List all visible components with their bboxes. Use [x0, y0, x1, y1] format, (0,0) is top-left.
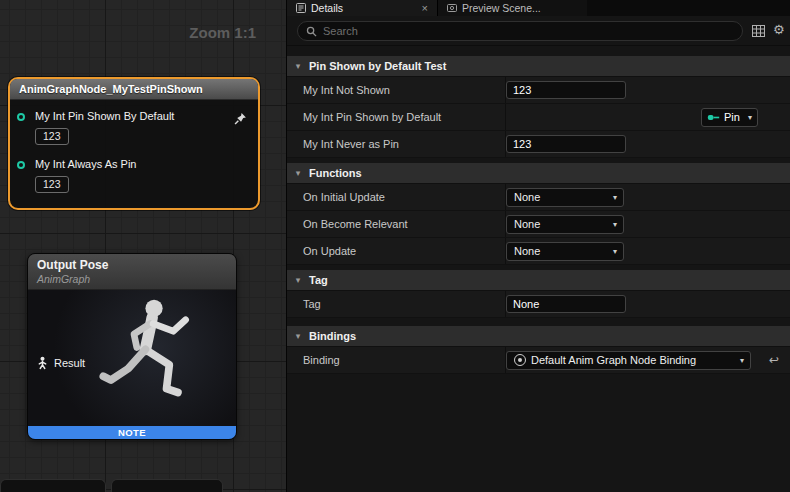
partial-node[interactable]: [111, 479, 223, 492]
pin-value-input[interactable]: 123: [35, 176, 69, 193]
chevron-down-icon[interactable]: ▾: [287, 275, 309, 285]
pin-promote-icon[interactable]: [234, 111, 247, 124]
details-tab-icon: [296, 3, 306, 13]
search-input[interactable]: [323, 25, 734, 37]
int-pin-icon[interactable]: [17, 113, 25, 121]
property-row-tag: Tag None: [287, 291, 790, 318]
chevron-down-icon[interactable]: ▾: [287, 61, 309, 71]
tab-label: Preview Scene...: [462, 2, 541, 14]
tab-label: Details: [311, 2, 343, 14]
binding-dropdown[interactable]: Default Anim Graph Node Binding ▾: [506, 351, 751, 370]
output-pose-node[interactable]: Output Pose AnimGraph Resul: [27, 253, 237, 440]
section-functions[interactable]: ▾ Functions: [287, 163, 790, 184]
pose-pin-icon: [37, 356, 48, 370]
property-row-on-initial-update: On Initial Update None ▾: [287, 184, 790, 211]
pin-value-input[interactable]: 123: [35, 128, 69, 145]
node-subtitle: AnimGraph: [37, 273, 227, 285]
preview-scene-tab-icon: [447, 3, 457, 13]
section-tag[interactable]: ▾ Tag: [287, 270, 790, 291]
pin-label: My Int Pin Shown By Default: [35, 110, 174, 122]
property-matrix-icon[interactable]: [752, 25, 765, 37]
chevron-down-icon: ▾: [613, 193, 617, 202]
tab-details[interactable]: Details ×: [287, 0, 437, 16]
chevron-down-icon: ▾: [613, 220, 617, 229]
anim-graph-test-node[interactable]: AnimGraphNode_MyTestPinShown My Int Pin …: [8, 77, 260, 210]
tab-preview-scene[interactable]: Preview Scene...: [437, 0, 587, 16]
tag-input[interactable]: None: [506, 295, 626, 313]
on-become-relevant-dropdown[interactable]: None ▾: [506, 215, 624, 234]
reset-to-default-icon[interactable]: ↩: [769, 353, 779, 367]
details-panel: Details × Preview Scene...: [286, 0, 790, 492]
section-bindings[interactable]: ▾ Bindings: [287, 326, 790, 347]
mannequin-figure: [80, 292, 230, 426]
close-icon[interactable]: ×: [422, 3, 428, 14]
panel-tab-bar: Details × Preview Scene...: [287, 0, 790, 16]
on-initial-update-dropdown[interactable]: None ▾: [506, 188, 624, 207]
property-row-binding: Binding Default Anim Graph Node Binding …: [287, 347, 790, 374]
chevron-down-icon[interactable]: ▾: [287, 168, 309, 178]
on-update-dropdown[interactable]: None ▾: [506, 242, 624, 261]
property-list: ▾ Pin Shown by Default Test My Int Not S…: [287, 46, 790, 374]
gear-icon[interactable]: ⚙: [773, 22, 785, 37]
property-row-my-int-not-shown: My Int Not Shown 123: [287, 77, 790, 104]
chevron-down-icon: ▾: [748, 113, 752, 122]
search-toolbar: ⚙: [287, 16, 790, 46]
node-preview-area: Result: [28, 290, 236, 426]
unreal-editor-window: Zoom 1:1 AnimGraphNode_MyTestPinShown My…: [0, 0, 790, 492]
search-field[interactable]: [297, 21, 743, 41]
partial-node[interactable]: [0, 479, 106, 492]
note-badge: NOTE: [28, 426, 236, 439]
binding-icon: [514, 354, 526, 366]
pin-dropdown-button[interactable]: Pin ▾: [701, 108, 758, 127]
chevron-down-icon: ▾: [740, 356, 744, 365]
pin-label: My Int Always As Pin: [35, 158, 136, 170]
property-row-my-int-never-as-pin: My Int Never as Pin 123: [287, 131, 790, 158]
property-row-my-int-pin-shown-by-default: My Int Pin Shown by Default Pin ▾: [287, 104, 790, 131]
zoom-level-label: Zoom 1:1: [189, 24, 256, 41]
node-title: Output Pose: [37, 258, 227, 272]
property-row-on-become-relevant: On Become Relevant None ▾: [287, 211, 790, 238]
search-icon: [306, 26, 317, 37]
property-row-on-update: On Update None ▾: [287, 238, 790, 265]
chevron-down-icon: ▾: [613, 247, 617, 256]
chevron-down-icon[interactable]: ▾: [287, 331, 309, 341]
my-int-not-shown-input[interactable]: 123: [506, 81, 626, 99]
node-title[interactable]: AnimGraphNode_MyTestPinShown: [10, 79, 258, 100]
int-pin-icon[interactable]: [17, 161, 25, 169]
pin-icon: [707, 113, 720, 122]
my-int-never-as-pin-input[interactable]: 123: [506, 135, 626, 153]
result-pin-label: Result: [54, 357, 85, 369]
node-header[interactable]: Output Pose AnimGraph: [28, 254, 236, 290]
result-pin[interactable]: Result: [37, 356, 85, 370]
section-pin-shown-by-default-test[interactable]: ▾ Pin Shown by Default Test: [287, 56, 790, 77]
anim-graph-canvas[interactable]: Zoom 1:1 AnimGraphNode_MyTestPinShown My…: [0, 0, 286, 492]
